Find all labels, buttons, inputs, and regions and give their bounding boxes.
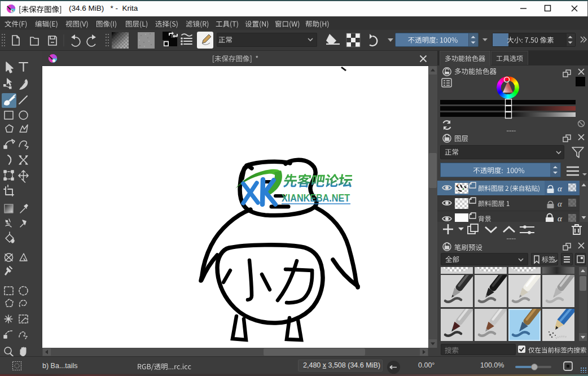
svg-text:α: α xyxy=(558,214,563,222)
svg-text:α: α xyxy=(558,199,563,208)
svg-text:α: α xyxy=(558,184,563,193)
